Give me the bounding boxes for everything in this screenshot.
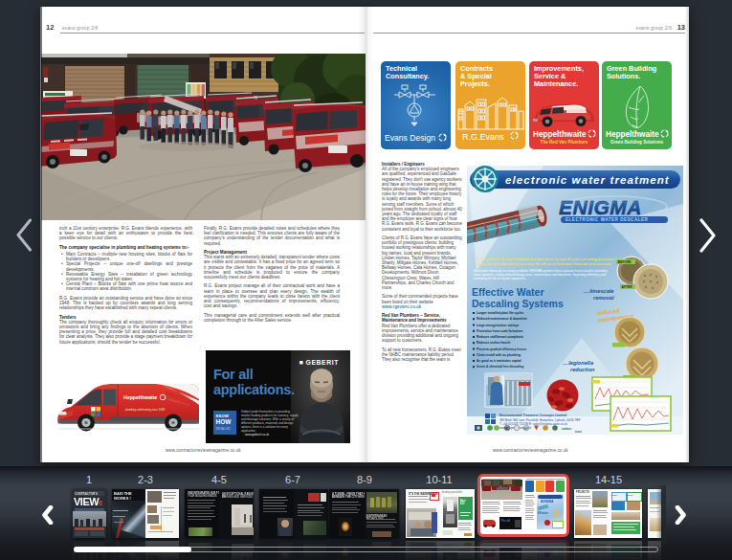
svg-text:As good as it maintains capita: As good as it maintains capital (477, 359, 521, 363)
svg-text:electronic water treatment: electronic water treatment (505, 174, 670, 186)
svg-text:plumbing and heating since 194: plumbing and heating since 1948 (125, 408, 165, 412)
svg-text:removal: removal (593, 295, 614, 301)
svg-text:NSF: NSF (523, 427, 529, 431)
svg-text:Reduces techno hassle: Reduces techno hassle (477, 341, 511, 345)
svg-text:....limescale: ....limescale (584, 288, 613, 294)
svg-text:AFTER: AFTER (622, 285, 633, 289)
svg-text:Descaling Systems: Descaling Systems (472, 298, 564, 309)
svg-text:BEFORE: BEFORE (618, 260, 632, 264)
svg-text:ISO: ISO (505, 427, 509, 431)
svg-text:Environmental Treatment Concep: Environmental Treatment Concepts Limited (499, 414, 566, 417)
svg-text:Heppelthwaite: Heppelthwaite (123, 394, 157, 400)
svg-text:reduction: reduction (570, 367, 595, 372)
svg-text:ENIGMA: ENIGMA (559, 196, 642, 218)
svg-text:commercial and industrial sect: commercial and industrial sectors from t… (474, 262, 611, 266)
svg-text:Protection from scale formatio: Protection from scale formation (477, 329, 522, 333)
svg-text:Effective Water: Effective Water (472, 286, 543, 298)
svg-text:Clean install with no plumbing: Clean install with no plumbing (477, 353, 521, 357)
svg-text:Large energy/carbon savings: Large energy/carbon savings (477, 324, 520, 327)
svg-text:Longer installed plant life cy: Longer installed plant life cycles (477, 311, 523, 315)
svg-text:Reduced maintenance & downtime: Reduced maintenance & downtime (477, 317, 527, 321)
svg-text:Prevents gradual efficiency lo: Prevents gradual efficiency losses (477, 347, 526, 351)
svg-text:....legionella: ....legionella (563, 360, 593, 366)
svg-text:extending the life of capital: extending the life of capital equipment. (474, 277, 526, 280)
svg-text:ELECTRONIC WATER DESCALER: ELECTRONIC WATER DESCALER (566, 217, 649, 222)
svg-text:Green & chemical free descalin: Green & chemical free descaling (477, 365, 523, 369)
svg-text:ETC are pioneers in water trea: ETC are pioneers in water treatment and … (474, 258, 640, 261)
svg-text:Reduces staff/tenant complaint: Reduces staff/tenant complaints (477, 335, 523, 339)
